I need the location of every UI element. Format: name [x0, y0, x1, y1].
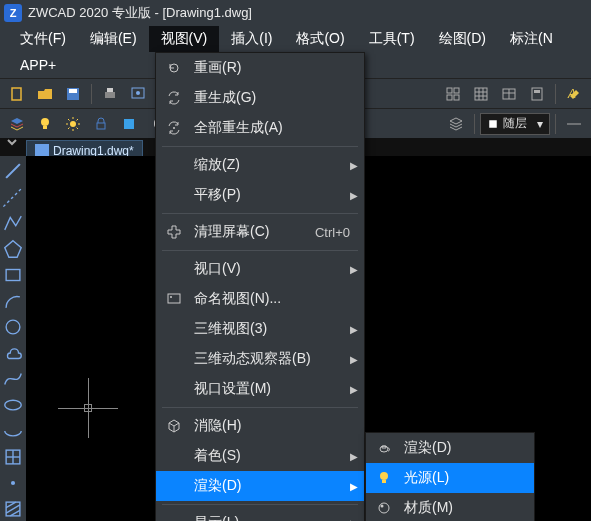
- menu-item-named-views[interactable]: 命名视图(N)...: [156, 284, 364, 314]
- svg-rect-24: [43, 126, 47, 129]
- preview-icon[interactable]: [125, 82, 151, 106]
- print-icon[interactable]: [97, 82, 123, 106]
- hide-icon: [164, 416, 184, 436]
- regen-icon: [164, 88, 184, 108]
- box-blue-icon[interactable]: [116, 112, 142, 136]
- line-tool-icon[interactable]: [2, 160, 24, 182]
- svg-rect-11: [454, 95, 459, 100]
- layout-icon[interactable]: [440, 82, 466, 106]
- menu-item-3d-views[interactable]: 三维视图(3) ▶: [156, 314, 364, 344]
- crosshair-cursor: [58, 378, 118, 438]
- xline-tool-icon[interactable]: [2, 186, 24, 208]
- menu-item-3d-orbit[interactable]: 三维动态观察器(B) ▶: [156, 344, 364, 374]
- svg-rect-35: [124, 119, 134, 129]
- svg-line-51: [10, 510, 20, 516]
- menu-item-regen[interactable]: 重生成(G): [156, 83, 364, 113]
- submenu-arrow-icon: ▶: [350, 324, 358, 335]
- menu-item-shade[interactable]: 着色(S) ▶: [156, 441, 364, 471]
- render-submenu: 渲染(D) 光源(L) 材质(M): [365, 432, 535, 521]
- menu-item-display[interactable]: 显示(L) ▶: [156, 508, 364, 521]
- separator: [162, 213, 358, 214]
- redraw-icon: [164, 58, 184, 78]
- view-menu: 重画(R) 重生成(G) 全部重生成(A) 缩放(Z) ▶ 平移(P) ▶ 清理…: [155, 52, 365, 521]
- menu-tools[interactable]: 工具(T): [357, 26, 427, 52]
- svg-rect-34: [97, 123, 105, 129]
- open-icon[interactable]: [32, 82, 58, 106]
- svg-rect-0: [12, 88, 21, 100]
- menu-edit[interactable]: 编辑(E): [78, 26, 149, 52]
- menu-item-zoom[interactable]: 缩放(Z) ▶: [156, 150, 364, 180]
- svg-line-38: [6, 164, 20, 178]
- menu-draw[interactable]: 绘图(D): [427, 26, 498, 52]
- separator: [162, 407, 358, 408]
- arc-tool-icon[interactable]: [2, 290, 24, 312]
- collapse-icon[interactable]: [4, 134, 20, 150]
- svg-rect-53: [168, 294, 180, 303]
- bulb-icon[interactable]: [32, 112, 58, 136]
- material-icon: [374, 498, 394, 518]
- svg-rect-10: [447, 95, 452, 100]
- svg-rect-36: [489, 120, 497, 128]
- submenu-arrow-icon: ▶: [350, 354, 358, 365]
- layer-stack-icon[interactable]: [443, 112, 469, 136]
- save-icon[interactable]: [60, 82, 86, 106]
- svg-rect-41: [6, 270, 20, 281]
- menu-item-clean-screen[interactable]: 清理屏幕(C) Ctrl+0: [156, 217, 364, 247]
- rect-tool-icon[interactable]: [2, 264, 24, 286]
- submenu-item-light[interactable]: 光源(L): [366, 463, 534, 493]
- separator: [555, 114, 556, 134]
- svg-point-59: [381, 505, 384, 508]
- ellipse-tool-icon[interactable]: [2, 394, 24, 416]
- title-text: ZWCAD 2020 专业版 - [Drawing1.dwg]: [28, 4, 252, 22]
- menu-dim[interactable]: 标注(N: [498, 26, 565, 52]
- menu-insert[interactable]: 插入(I): [219, 26, 284, 52]
- svg-point-56: [380, 472, 388, 480]
- menu-item-hide[interactable]: 消隐(H): [156, 411, 364, 441]
- layer-manager-icon[interactable]: [4, 112, 30, 136]
- submenu-item-material[interactable]: 材质(M): [366, 493, 534, 521]
- title-bar: Z ZWCAD 2020 专业版 - [Drawing1.dwg]: [0, 0, 591, 26]
- layer-combo[interactable]: 随层 ▾: [480, 113, 550, 135]
- brush-a-icon[interactable]: A: [561, 82, 587, 106]
- menu-file[interactable]: 文件(F): [8, 26, 78, 52]
- circle-tool-icon[interactable]: [2, 316, 24, 338]
- line-dash-icon[interactable]: [561, 112, 587, 136]
- submenu-item-render[interactable]: 渲染(D): [366, 433, 534, 463]
- chevron-down-icon: ▾: [537, 117, 543, 131]
- menu-item-regen-all[interactable]: 全部重生成(A): [156, 113, 364, 143]
- menu-item-redraw[interactable]: 重画(R): [156, 53, 364, 83]
- svg-point-6: [136, 91, 140, 95]
- menu-item-viewport[interactable]: 视口(V) ▶: [156, 254, 364, 284]
- menu-view[interactable]: 视图(V): [149, 26, 220, 52]
- svg-rect-9: [454, 88, 459, 93]
- submenu-arrow-icon: ▶: [350, 451, 358, 462]
- menu-item-viewport-config[interactable]: 视口设置(M) ▶: [156, 374, 364, 404]
- point-tool-icon[interactable]: [2, 472, 24, 494]
- menu-item-pan[interactable]: 平移(P) ▶: [156, 180, 364, 210]
- menu-item-render[interactable]: 渲染(D) ▶: [156, 471, 364, 501]
- regen-all-icon: [164, 118, 184, 138]
- revcloud-tool-icon[interactable]: [2, 342, 24, 364]
- submenu-arrow-icon: ▶: [350, 384, 358, 395]
- light-bulb-icon: [374, 468, 394, 488]
- polyline-tool-icon[interactable]: [2, 212, 24, 234]
- calc-icon[interactable]: [524, 82, 550, 106]
- menu-app-plus[interactable]: APP+: [8, 57, 68, 73]
- svg-line-31: [77, 127, 79, 129]
- lock-icon[interactable]: [88, 112, 114, 136]
- table-icon[interactable]: [496, 82, 522, 106]
- block-tool-icon[interactable]: [2, 446, 24, 468]
- ellipse-arc-tool-icon[interactable]: [2, 420, 24, 442]
- svg-point-54: [170, 296, 172, 298]
- svg-point-43: [5, 400, 22, 410]
- svg-rect-3: [105, 92, 115, 98]
- polygon-tool-icon[interactable]: [2, 238, 24, 260]
- sun-icon[interactable]: [60, 112, 86, 136]
- svg-point-42: [6, 320, 20, 334]
- spreadsheet-icon[interactable]: [468, 82, 494, 106]
- new-icon[interactable]: [4, 82, 30, 106]
- clean-screen-icon: [164, 222, 184, 242]
- menu-format[interactable]: 格式(O): [284, 26, 356, 52]
- hatch-tool-icon[interactable]: [2, 498, 24, 520]
- spline-tool-icon[interactable]: [2, 368, 24, 390]
